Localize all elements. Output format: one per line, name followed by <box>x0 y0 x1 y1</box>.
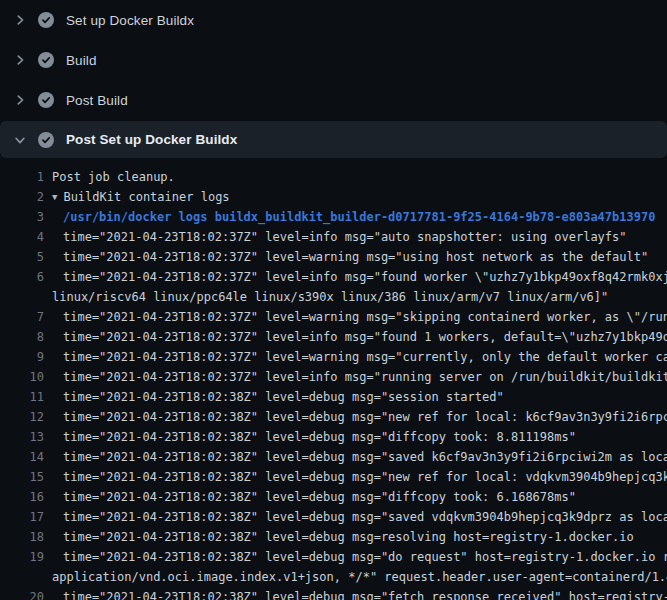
chevron-down-icon <box>12 132 28 148</box>
log-text: time="2021-04-23T18:02:38Z" level=debug … <box>52 407 667 427</box>
line-number[interactable]: 6 <box>0 267 44 287</box>
log-row: 17time="2021-04-23T18:02:38Z" level=debu… <box>0 507 667 527</box>
step-row-0[interactable]: Set up Docker Buildx <box>0 0 667 40</box>
log-text: time="2021-04-23T18:02:38Z" level=debug … <box>52 507 667 527</box>
log-text: time="2021-04-23T18:02:37Z" level=info m… <box>52 227 667 247</box>
log-text: time="2021-04-23T18:02:38Z" level=debug … <box>52 447 667 467</box>
log-text: application/vnd.oci.image.index.v1+json,… <box>52 567 667 587</box>
log-row: 16time="2021-04-23T18:02:38Z" level=debu… <box>0 487 667 507</box>
line-number[interactable]: 18 <box>0 527 44 547</box>
log-panel: 1Post job cleanup.2▼BuildKit container l… <box>0 159 667 600</box>
step-row-3[interactable]: Post Set up Docker Buildx <box>0 121 667 158</box>
log-text: time="2021-04-23T18:02:38Z" level=debug … <box>52 547 667 567</box>
steps-list: Set up Docker Buildx Build P <box>0 0 667 158</box>
check-circle-icon <box>38 92 54 108</box>
log-row: 6time="2021-04-23T18:02:37Z" level=info … <box>0 267 667 287</box>
line-number[interactable]: 19 <box>0 547 44 567</box>
check-circle-icon <box>38 12 54 28</box>
line-number[interactable]: 4 <box>0 227 44 247</box>
line-number[interactable]: 7 <box>0 307 44 327</box>
log-row: 4time="2021-04-23T18:02:37Z" level=info … <box>0 227 667 247</box>
check-circle-icon <box>38 52 54 68</box>
log-row: 15time="2021-04-23T18:02:38Z" level=debu… <box>0 467 667 487</box>
log-text: time="2021-04-23T18:02:37Z" level=warnin… <box>52 307 667 327</box>
log-text: time="2021-04-23T18:02:37Z" level=info m… <box>52 367 667 387</box>
log-row: 8time="2021-04-23T18:02:37Z" level=info … <box>0 327 667 347</box>
log-row: 12time="2021-04-23T18:02:38Z" level=debu… <box>0 407 667 427</box>
line-number[interactable]: 20 <box>0 587 44 600</box>
step-label: Post Build <box>66 93 128 108</box>
log-text: time="2021-04-23T18:02:38Z" level=debug … <box>52 467 667 487</box>
log-row: 13time="2021-04-23T18:02:38Z" level=debu… <box>0 427 667 447</box>
log-text: time="2021-04-23T18:02:37Z" level=warnin… <box>52 347 667 367</box>
log-text: ▼BuildKit container logs <box>52 187 667 207</box>
log-text: time="2021-04-23T18:02:38Z" level=debug … <box>52 387 667 407</box>
line-number[interactable]: 11 <box>0 387 44 407</box>
step-row-1[interactable]: Build <box>0 40 667 80</box>
log-row: linux/riscv64 linux/ppc64le linux/s390x … <box>0 287 667 307</box>
line-number[interactable]: 16 <box>0 487 44 507</box>
log-row: 14time="2021-04-23T18:02:38Z" level=debu… <box>0 447 667 467</box>
log-text: linux/riscv64 linux/ppc64le linux/s390x … <box>52 287 667 307</box>
log-row: 11time="2021-04-23T18:02:38Z" level=debu… <box>0 387 667 407</box>
log-row: 10time="2021-04-23T18:02:37Z" level=info… <box>0 367 667 387</box>
check-circle-icon <box>38 132 54 148</box>
step-label: Build <box>66 53 97 68</box>
line-number[interactable]: 17 <box>0 507 44 527</box>
log-text: time="2021-04-23T18:02:37Z" level=info m… <box>52 267 667 287</box>
line-number[interactable]: 8 <box>0 327 44 347</box>
line-number[interactable]: 9 <box>0 347 44 367</box>
step-row-2[interactable]: Post Build <box>0 80 667 120</box>
line-number <box>0 567 44 587</box>
log-text: time="2021-04-23T18:02:38Z" level=debug … <box>52 527 667 547</box>
line-number[interactable]: 3 <box>0 207 44 227</box>
line-number[interactable]: 1 <box>0 167 44 187</box>
log-command-text: /usr/bin/docker logs buildx_buildkit_bui… <box>52 207 667 227</box>
log-text: time="2021-04-23T18:02:37Z" level=info m… <box>52 327 667 347</box>
chevron-right-icon <box>12 92 28 108</box>
line-number[interactable]: 14 <box>0 447 44 467</box>
line-number[interactable]: 10 <box>0 367 44 387</box>
log-row: 3/usr/bin/docker logs buildx_buildkit_bu… <box>0 207 667 227</box>
log-text: time="2021-04-23T18:02:37Z" level=warnin… <box>52 247 667 267</box>
line-number[interactable]: 5 <box>0 247 44 267</box>
log-text: time="2021-04-23T18:02:38Z" level=debug … <box>52 587 667 600</box>
step-label: Post Set up Docker Buildx <box>66 132 237 147</box>
log-row: 5time="2021-04-23T18:02:37Z" level=warni… <box>0 247 667 267</box>
line-number[interactable]: 15 <box>0 467 44 487</box>
line-number[interactable]: 2 <box>0 187 44 207</box>
line-number[interactable]: 12 <box>0 407 44 427</box>
log-row: application/vnd.oci.image.index.v1+json,… <box>0 567 667 587</box>
chevron-right-icon <box>12 12 28 28</box>
log-row: 7time="2021-04-23T18:02:37Z" level=warni… <box>0 307 667 327</box>
chevron-right-icon <box>12 52 28 68</box>
log-group-caret-icon[interactable]: ▼ <box>52 187 57 207</box>
log-row: 1Post job cleanup. <box>0 167 667 187</box>
log-text: Post job cleanup. <box>52 167 667 187</box>
step-label: Set up Docker Buildx <box>66 13 194 28</box>
log-text: time="2021-04-23T18:02:38Z" level=debug … <box>52 487 667 507</box>
log-row: 2▼BuildKit container logs <box>0 187 667 207</box>
log-text: time="2021-04-23T18:02:38Z" level=debug … <box>52 427 667 447</box>
line-number <box>0 287 44 307</box>
log-row: 20time="2021-04-23T18:02:38Z" level=debu… <box>0 587 667 600</box>
log-row: 9time="2021-04-23T18:02:37Z" level=warni… <box>0 347 667 367</box>
log-row: 19time="2021-04-23T18:02:38Z" level=debu… <box>0 547 667 567</box>
line-number[interactable]: 13 <box>0 427 44 447</box>
actions-log-viewer: Set up Docker Buildx Build P <box>0 0 667 600</box>
log-row: 18time="2021-04-23T18:02:38Z" level=debu… <box>0 527 667 547</box>
